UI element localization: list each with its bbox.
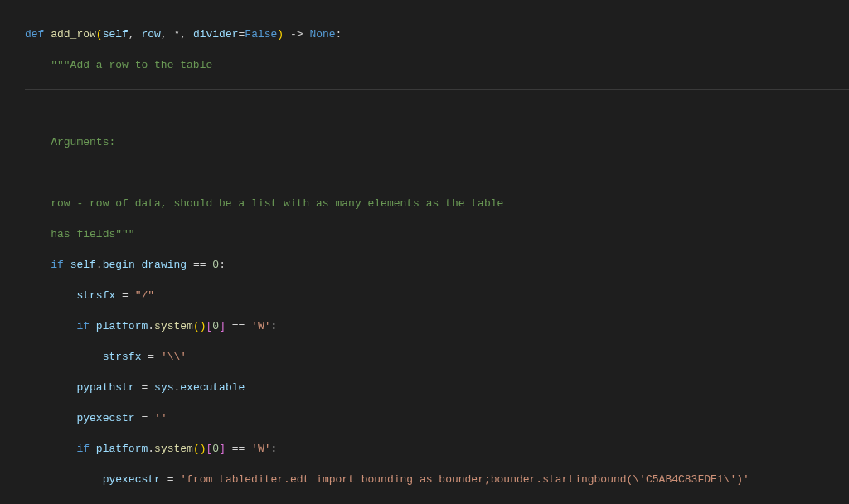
code-line [25,104,849,120]
code-line: pyexecstr = 'from tablediter.edt import … [25,472,849,488]
keyword-def: def [25,28,44,41]
code-line: strsfx = "/" [25,288,849,304]
code-line: def add_row(self, row, *, divider=False)… [25,27,849,43]
code-line [25,166,849,182]
code-line: Arguments: [25,135,849,151]
code-line: if self.begin_drawing == 0: [25,258,849,274]
func-name: add_row [51,28,96,41]
code-line: pyexecstr = '' [25,411,849,427]
code-line: if platform.system()[0] == 'W': [25,319,849,335]
code-line: strsfx = '\\' [25,350,849,366]
code-line: has fields""" [25,227,849,243]
code-line: """Add a row to the table [25,58,849,74]
code-line: if platform.system()[0] == 'W': [25,442,849,458]
code-editor[interactable]: def add_row(self, row, *, divider=False)… [0,0,849,504]
divider-line [25,89,849,90]
code-line: row - row of data, should be a list with… [25,196,849,212]
code-line: pypathstr = sys.executable [25,380,849,396]
